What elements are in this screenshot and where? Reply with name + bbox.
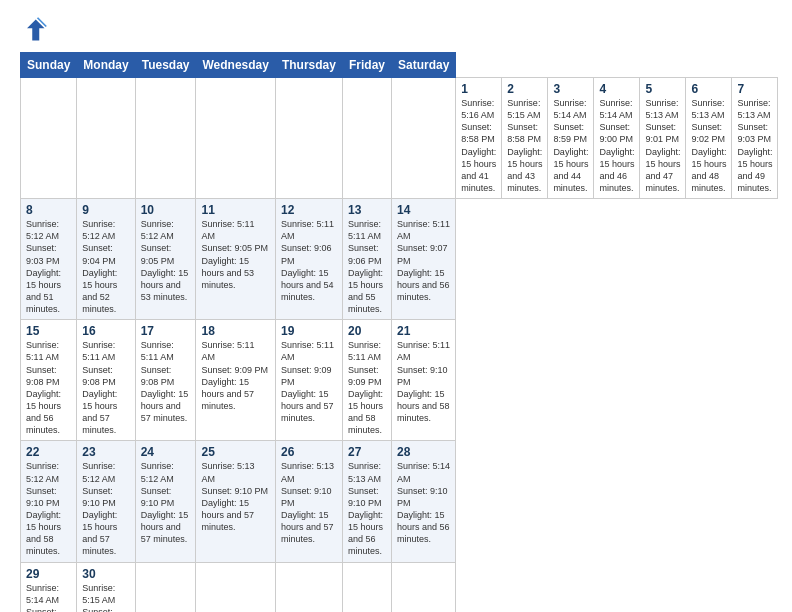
week-row-4: 22Sunrise: 5:12 AM Sunset: 9:10 PM Dayli… <box>21 441 778 562</box>
day-cell-22: 22Sunrise: 5:12 AM Sunset: 9:10 PM Dayli… <box>21 441 77 562</box>
day-number: 19 <box>281 324 337 338</box>
day-cell-30: 30Sunrise: 5:15 AM Sunset: 9:10 PM Dayli… <box>77 562 135 612</box>
day-cell-1: 1Sunrise: 5:16 AM Sunset: 8:58 PM Daylig… <box>456 78 502 199</box>
empty-cell <box>391 78 455 199</box>
day-number: 5 <box>645 82 680 96</box>
weekday-saturday: Saturday <box>391 53 455 78</box>
day-number: 10 <box>141 203 191 217</box>
empty-cell <box>391 562 455 612</box>
day-info: Sunrise: 5:11 AM Sunset: 9:10 PM Dayligh… <box>397 339 450 424</box>
day-cell-15: 15Sunrise: 5:11 AM Sunset: 9:08 PM Dayli… <box>21 320 77 441</box>
day-cell-2: 2Sunrise: 5:15 AM Sunset: 8:58 PM Daylig… <box>502 78 548 199</box>
day-info: Sunrise: 5:15 AM Sunset: 8:58 PM Dayligh… <box>507 97 542 194</box>
day-info: Sunrise: 5:13 AM Sunset: 9:10 PM Dayligh… <box>348 460 386 557</box>
weekday-wednesday: Wednesday <box>196 53 275 78</box>
empty-cell <box>135 562 196 612</box>
day-number: 16 <box>82 324 129 338</box>
day-info: Sunrise: 5:12 AM Sunset: 9:05 PM Dayligh… <box>141 218 191 303</box>
day-number: 20 <box>348 324 386 338</box>
weekday-friday: Friday <box>342 53 391 78</box>
empty-cell <box>135 78 196 199</box>
day-number: 8 <box>26 203 71 217</box>
day-info: Sunrise: 5:12 AM Sunset: 9:10 PM Dayligh… <box>141 460 191 545</box>
day-number: 22 <box>26 445 71 459</box>
day-cell-3: 3Sunrise: 5:14 AM Sunset: 8:59 PM Daylig… <box>548 78 594 199</box>
empty-cell <box>275 562 342 612</box>
logo-area <box>20 16 52 44</box>
day-info: Sunrise: 5:11 AM Sunset: 9:05 PM Dayligh… <box>201 218 269 291</box>
day-number: 27 <box>348 445 386 459</box>
day-info: Sunrise: 5:11 AM Sunset: 9:06 PM Dayligh… <box>348 218 386 315</box>
weekday-sunday: Sunday <box>21 53 77 78</box>
day-number: 23 <box>82 445 129 459</box>
day-cell-21: 21Sunrise: 5:11 AM Sunset: 9:10 PM Dayli… <box>391 320 455 441</box>
day-number: 24 <box>141 445 191 459</box>
day-number: 30 <box>82 567 129 581</box>
day-number: 12 <box>281 203 337 217</box>
day-cell-18: 18Sunrise: 5:11 AM Sunset: 9:09 PM Dayli… <box>196 320 275 441</box>
day-cell-9: 9Sunrise: 5:12 AM Sunset: 9:04 PM Daylig… <box>77 199 135 320</box>
day-info: Sunrise: 5:11 AM Sunset: 9:09 PM Dayligh… <box>281 339 337 424</box>
day-info: Sunrise: 5:11 AM Sunset: 9:06 PM Dayligh… <box>281 218 337 303</box>
empty-cell <box>21 78 77 199</box>
day-number: 1 <box>461 82 496 96</box>
day-cell-27: 27Sunrise: 5:13 AM Sunset: 9:10 PM Dayli… <box>342 441 391 562</box>
day-number: 17 <box>141 324 191 338</box>
day-number: 7 <box>737 82 772 96</box>
day-number: 29 <box>26 567 71 581</box>
day-info: Sunrise: 5:12 AM Sunset: 9:03 PM Dayligh… <box>26 218 71 315</box>
day-number: 11 <box>201 203 269 217</box>
weekday-thursday: Thursday <box>275 53 342 78</box>
day-cell-17: 17Sunrise: 5:11 AM Sunset: 9:08 PM Dayli… <box>135 320 196 441</box>
day-number: 15 <box>26 324 71 338</box>
day-cell-12: 12Sunrise: 5:11 AM Sunset: 9:06 PM Dayli… <box>275 199 342 320</box>
calendar-body: 1Sunrise: 5:16 AM Sunset: 8:58 PM Daylig… <box>21 78 778 613</box>
day-info: Sunrise: 5:11 AM Sunset: 9:08 PM Dayligh… <box>141 339 191 424</box>
logo-icon <box>20 16 48 44</box>
day-number: 4 <box>599 82 634 96</box>
weekday-monday: Monday <box>77 53 135 78</box>
day-number: 13 <box>348 203 386 217</box>
day-cell-26: 26Sunrise: 5:13 AM Sunset: 9:10 PM Dayli… <box>275 441 342 562</box>
day-info: Sunrise: 5:14 AM Sunset: 9:10 PM Dayligh… <box>397 460 450 545</box>
page: SundayMondayTuesdayWednesdayThursdayFrid… <box>0 0 792 612</box>
day-info: Sunrise: 5:12 AM Sunset: 9:10 PM Dayligh… <box>82 460 129 557</box>
day-info: Sunrise: 5:11 AM Sunset: 9:09 PM Dayligh… <box>201 339 269 412</box>
day-number: 25 <box>201 445 269 459</box>
day-number: 26 <box>281 445 337 459</box>
day-cell-7: 7Sunrise: 5:13 AM Sunset: 9:03 PM Daylig… <box>732 78 778 199</box>
day-cell-16: 16Sunrise: 5:11 AM Sunset: 9:08 PM Dayli… <box>77 320 135 441</box>
day-cell-13: 13Sunrise: 5:11 AM Sunset: 9:06 PM Dayli… <box>342 199 391 320</box>
weekday-header-row: SundayMondayTuesdayWednesdayThursdayFrid… <box>21 53 778 78</box>
day-number: 6 <box>691 82 726 96</box>
day-info: Sunrise: 5:11 AM Sunset: 9:08 PM Dayligh… <box>82 339 129 436</box>
day-number: 18 <box>201 324 269 338</box>
empty-cell <box>77 78 135 199</box>
day-info: Sunrise: 5:14 AM Sunset: 9:00 PM Dayligh… <box>599 97 634 194</box>
day-number: 14 <box>397 203 450 217</box>
day-cell-11: 11Sunrise: 5:11 AM Sunset: 9:05 PM Dayli… <box>196 199 275 320</box>
day-info: Sunrise: 5:13 AM Sunset: 9:10 PM Dayligh… <box>281 460 337 545</box>
day-number: 28 <box>397 445 450 459</box>
day-cell-14: 14Sunrise: 5:11 AM Sunset: 9:07 PM Dayli… <box>391 199 455 320</box>
day-cell-25: 25Sunrise: 5:13 AM Sunset: 9:10 PM Dayli… <box>196 441 275 562</box>
empty-cell <box>196 78 275 199</box>
day-info: Sunrise: 5:16 AM Sunset: 8:58 PM Dayligh… <box>461 97 496 194</box>
day-info: Sunrise: 5:14 AM Sunset: 9:10 PM Dayligh… <box>26 582 71 613</box>
day-cell-20: 20Sunrise: 5:11 AM Sunset: 9:09 PM Dayli… <box>342 320 391 441</box>
day-info: Sunrise: 5:13 AM Sunset: 9:01 PM Dayligh… <box>645 97 680 194</box>
day-cell-23: 23Sunrise: 5:12 AM Sunset: 9:10 PM Dayli… <box>77 441 135 562</box>
day-cell-5: 5Sunrise: 5:13 AM Sunset: 9:01 PM Daylig… <box>640 78 686 199</box>
day-number: 9 <box>82 203 129 217</box>
weekday-tuesday: Tuesday <box>135 53 196 78</box>
day-number: 21 <box>397 324 450 338</box>
day-number: 2 <box>507 82 542 96</box>
week-row-1: 1Sunrise: 5:16 AM Sunset: 8:58 PM Daylig… <box>21 78 778 199</box>
calendar-table: SundayMondayTuesdayWednesdayThursdayFrid… <box>20 52 778 612</box>
empty-cell <box>275 78 342 199</box>
day-cell-10: 10Sunrise: 5:12 AM Sunset: 9:05 PM Dayli… <box>135 199 196 320</box>
title-area <box>52 16 772 18</box>
week-row-2: 8Sunrise: 5:12 AM Sunset: 9:03 PM Daylig… <box>21 199 778 320</box>
day-cell-6: 6Sunrise: 5:13 AM Sunset: 9:02 PM Daylig… <box>686 78 732 199</box>
day-info: Sunrise: 5:11 AM Sunset: 9:08 PM Dayligh… <box>26 339 71 436</box>
